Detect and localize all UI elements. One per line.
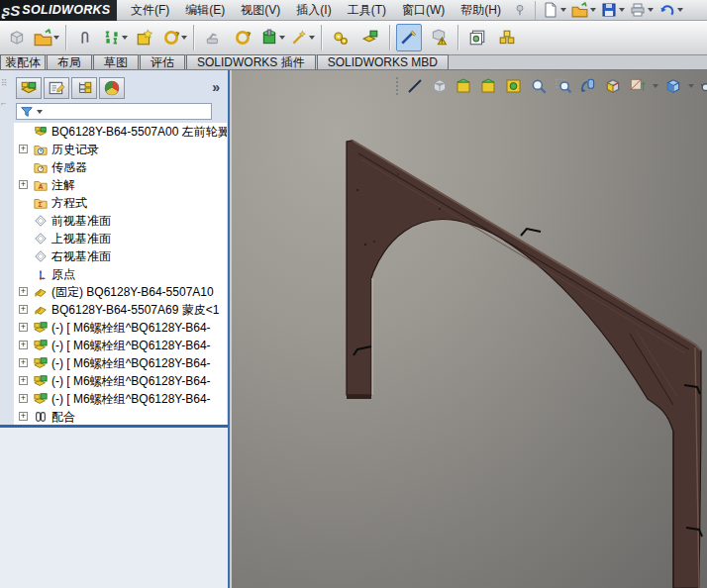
solidworks-logo: ʂS SOLIDWORKS: [0, 0, 117, 21]
open-folder-icon: [571, 2, 588, 19]
new-document-icon: [543, 2, 558, 18]
tab-solidworks-addins[interactable]: SOLIDWORKS 插件: [186, 54, 316, 69]
subassembly-icon: [34, 374, 48, 388]
solidworks-window: ʂS SOLIDWORKS 文件(F) 编辑(E) 视图(V) 插入(I) 工具…: [0, 0, 707, 588]
displaymanager-tab[interactable]: [99, 77, 125, 99]
edit-component-icon[interactable]: [396, 24, 422, 51]
tree-item-bolt-group-5[interactable]: (-) [ M6螺栓组^BQ6128Y-B64-: [14, 390, 227, 408]
menu-view[interactable]: 视图(V): [241, 2, 280, 19]
wheel-arch-panel[interactable]: [347, 141, 701, 588]
attachment-icon[interactable]: [72, 24, 98, 51]
open-button[interactable]: [570, 1, 597, 20]
tab-sketch[interactable]: 草图: [93, 54, 139, 69]
smart-fasteners-icon[interactable]: [132, 24, 157, 51]
subassembly-icon: [34, 339, 48, 352]
subassembly-icon: [34, 321, 48, 335]
featuremanager-tree-tab[interactable]: [16, 77, 42, 99]
plane-icon: [34, 214, 48, 228]
menu-insert[interactable]: 插入(I): [296, 2, 331, 19]
tab-assembly[interactable]: 装配体: [0, 54, 46, 69]
toolbar-separator: [457, 25, 458, 50]
panel-expand-button[interactable]: »: [212, 79, 220, 95]
show-hidden-components-icon[interactable]: [357, 24, 383, 51]
menu-edit[interactable]: 编辑(E): [185, 2, 225, 19]
subassembly-icon: [34, 392, 48, 406]
panel-header-tabs: [16, 77, 125, 99]
toolbar-separator: [193, 25, 194, 50]
expand-toggle[interactable]: [19, 412, 28, 421]
move-component-icon[interactable]: [200, 24, 226, 51]
rotate-component-icon[interactable]: [230, 24, 255, 51]
tree-item-right-plane[interactable]: 右视基准面: [14, 247, 227, 265]
menu-tools[interactable]: 工具(T): [348, 2, 386, 19]
command-manager-tabs: 装配体 布局 草图 评估 SOLIDWORKS 插件 SOLIDWORKS MB…: [0, 55, 707, 70]
expand-toggle[interactable]: [19, 394, 28, 403]
tab-evaluate[interactable]: 评估: [140, 54, 185, 69]
origin-icon: [34, 267, 48, 281]
save-dropdown[interactable]: [619, 8, 625, 12]
filter-dropdown[interactable]: [37, 110, 43, 114]
tree-item-equations[interactable]: 方程式: [14, 194, 227, 212]
tree-item-bolt-group-2[interactable]: (-) [ M6螺栓组^BQ6128Y-B64-: [14, 337, 227, 354]
undo-button[interactable]: [657, 1, 684, 20]
insert-component-icon[interactable]: [34, 24, 59, 51]
smart-components-icon[interactable]: [289, 24, 315, 51]
toolbar-separator: [321, 25, 322, 50]
assembly-settings-icon[interactable]: [328, 24, 354, 51]
tab-solidworks-mbd[interactable]: SOLIDWORKS MBD: [317, 54, 449, 69]
assembly-toolbar: [0, 21, 707, 55]
menu-pin-icon[interactable]: [511, 1, 529, 19]
undo-dropdown[interactable]: [677, 8, 683, 12]
tab-layout[interactable]: 布局: [47, 54, 92, 69]
print-button[interactable]: [629, 1, 655, 19]
tree-item-root[interactable]: BQ6128Y-B64-5507A00 左前轮翼板: [14, 123, 227, 141]
equations-folder-icon: [34, 196, 48, 210]
exploded-view-icon[interactable]: [494, 24, 520, 51]
circular-pattern-icon[interactable]: [161, 24, 187, 51]
tree-item-history[interactable]: 历史记录: [14, 141, 227, 158]
tree-item-mates[interactable]: 配合: [14, 408, 227, 425]
assembly-visualization-warning-icon[interactable]: [426, 24, 452, 51]
tree-item-front-plane[interactable]: 前视基准面: [14, 212, 227, 230]
expand-toggle[interactable]: [19, 323, 28, 332]
tree-item-annotations[interactable]: 注解: [14, 176, 227, 194]
new-document-button[interactable]: [542, 1, 567, 19]
filter-funnel-icon: [20, 105, 34, 119]
configurationmanager-tab[interactable]: [71, 77, 97, 99]
clipped-icon-fragment: ⌐: [1, 98, 6, 108]
replace-components-icon[interactable]: [259, 24, 285, 51]
propertymanager-tab[interactable]: [44, 77, 69, 99]
assembly-cube-icon[interactable]: [4, 24, 30, 51]
tree-filter-input[interactable]: [16, 103, 212, 120]
mates-paperclip-icon: [34, 410, 48, 424]
tree-item-origin[interactable]: 原点: [14, 265, 227, 283]
tree-item-sensors[interactable]: 传感器: [14, 158, 227, 176]
expand-toggle[interactable]: [19, 376, 28, 385]
tree-item-top-plane[interactable]: 上视基准面: [14, 230, 227, 247]
expand-toggle[interactable]: [19, 341, 28, 349]
tree-item-component-skin[interactable]: BQ6128Y-B64-5507A69 蒙皮<1: [14, 301, 227, 319]
expand-toggle[interactable]: [19, 145, 28, 153]
tree-item-component-fixed[interactable]: (固定) BQ6128Y-B64-5507A10: [14, 283, 227, 301]
save-button[interactable]: [600, 1, 626, 19]
menu-window[interactable]: 窗口(W): [402, 2, 445, 19]
tree-item-bolt-group-3[interactable]: (-) [ M6螺栓组^BQ6128Y-B64-: [14, 354, 227, 372]
expand-toggle[interactable]: [19, 287, 28, 296]
open-dropdown[interactable]: [590, 8, 596, 12]
tree-item-bolt-group-1[interactable]: (-) [ M6螺栓组^BQ6128Y-B64-: [14, 319, 227, 337]
expand-toggle[interactable]: [19, 358, 28, 367]
tree-item-bolt-group-4[interactable]: (-) [ M6螺栓组^BQ6128Y-B64-: [14, 372, 227, 390]
new-document-dropdown[interactable]: [560, 8, 566, 12]
plane-icon: [34, 249, 48, 263]
logo-brand-text: SOLIDWORKS: [22, 3, 110, 17]
print-dropdown[interactable]: [648, 8, 654, 12]
graphics-viewport[interactable]: [232, 70, 707, 588]
mate-icon[interactable]: [102, 24, 128, 51]
menu-file[interactable]: 文件(F): [131, 2, 169, 19]
menu-help[interactable]: 帮助(H): [460, 2, 501, 19]
expand-toggle[interactable]: [19, 305, 28, 314]
undo-icon: [658, 2, 675, 19]
expand-toggle[interactable]: [19, 180, 28, 189]
snapshot-icon[interactable]: [464, 24, 490, 51]
model-3d[interactable]: [232, 70, 707, 588]
